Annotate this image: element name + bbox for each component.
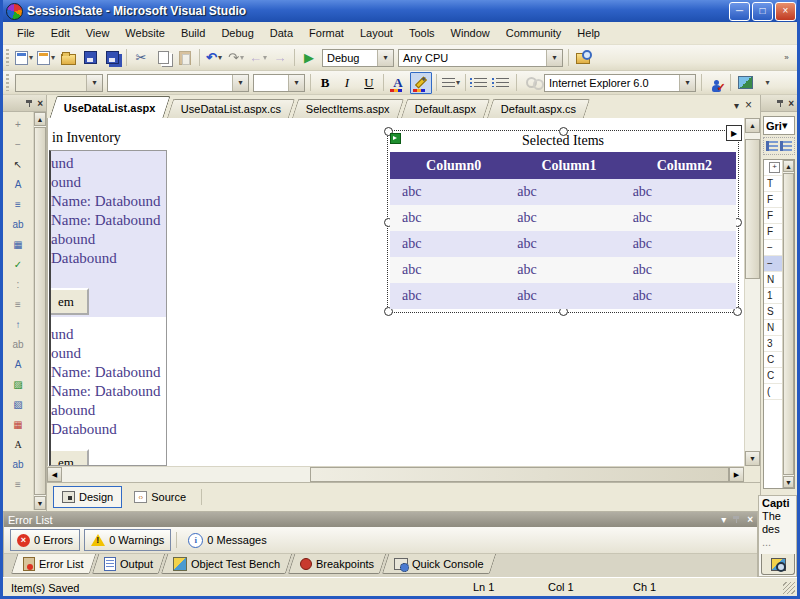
dropdown-arrow-icon[interactable]: ▾ <box>456 78 460 87</box>
messages-filter-button[interactable]: i 0 Messages <box>182 530 272 550</box>
font-size-combo[interactable]: ▾ <box>253 74 305 92</box>
dropdown-arrow-icon[interactable]: ▾ <box>240 53 244 62</box>
tab-default-aspx-cs[interactable]: Default.aspx.cs <box>487 99 590 118</box>
menu-website[interactable]: Website <box>117 24 173 42</box>
highlight-color-button[interactable] <box>410 72 432 94</box>
menu-layout[interactable]: Layout <box>352 24 401 42</box>
scrollbar-thumb[interactable] <box>783 173 794 475</box>
property-row[interactable]: ( <box>764 384 782 400</box>
bold-button[interactable]: B <box>315 73 335 93</box>
tab-object-test-bench[interactable]: Object Test Bench <box>160 554 292 574</box>
property-row[interactable]: − <box>764 240 782 256</box>
toolbar-options-button[interactable]: » <box>776 48 796 68</box>
fontcolor-tool-icon[interactable]: A <box>9 355 27 373</box>
scroll-right-icon[interactable]: ▶ <box>729 467 744 482</box>
menu-file[interactable]: File <box>9 24 43 42</box>
source-view-button[interactable]: ‹› Source <box>126 487 194 507</box>
property-row[interactable]: − <box>764 256 782 272</box>
close-icon[interactable]: × <box>37 99 43 108</box>
property-row[interactable]: F <box>764 224 782 240</box>
scroll-up-icon[interactable]: ▲ <box>783 160 794 172</box>
vertical-scrollbar[interactable]: ▲ ▼ <box>744 118 760 466</box>
table-tool-icon[interactable]: ▦ <box>9 235 27 253</box>
label-tool-icon[interactable]: A <box>9 175 27 193</box>
toolbar-options-button[interactable]: ▾ <box>757 73 777 93</box>
dropdown-arrow-icon[interactable]: ▾ <box>218 53 222 62</box>
textbox2-tool-icon[interactable]: ab <box>9 335 27 353</box>
hyperlink-button[interactable] <box>521 73 541 93</box>
menu-help[interactable]: Help <box>569 24 608 42</box>
dropdown-arrow-icon[interactable]: ▾ <box>377 50 393 66</box>
add-new-item-button[interactable]: ▾ <box>36 48 56 68</box>
dropdown-arrow-icon[interactable]: ▾ <box>288 75 304 91</box>
tab-usedatalist-aspx[interactable]: UseDataList.aspx <box>49 96 170 118</box>
bulleted-list-button[interactable] <box>470 73 490 93</box>
scroll-down-icon[interactable]: ▼ <box>783 476 794 488</box>
cut-button[interactable]: ✂ <box>131 48 151 68</box>
alignment-button[interactable]: ▾ <box>441 73 461 93</box>
select-item-button[interactable]: em <box>49 449 89 466</box>
minimize-button[interactable]: ─ <box>729 2 750 21</box>
gridview-control[interactable]: ▶ Selected Items Column0 Column1 Column2… <box>387 130 739 313</box>
menu-community[interactable]: Community <box>498 24 570 42</box>
pushpin-icon[interactable] <box>25 99 34 108</box>
tab-error-list[interactable]: Error List <box>11 554 96 574</box>
menu-view[interactable]: View <box>78 24 118 42</box>
dropdown-arrow-icon[interactable]: ▾ <box>679 75 695 91</box>
panel-tool-icon[interactable]: ≡ <box>9 295 27 313</box>
imagemap-tool-icon[interactable]: ▧ <box>9 395 27 413</box>
target-schema-combo[interactable]: Internet Explorer 6.0 ▾ <box>544 74 696 92</box>
scroll-down-icon[interactable]: ▼ <box>745 451 760 466</box>
scrollbar-thumb[interactable] <box>34 127 46 495</box>
expand-icon[interactable]: + <box>769 162 780 173</box>
radiolist-tool-icon[interactable]: : <box>9 275 27 293</box>
check-accessibility-button[interactable] <box>706 73 726 93</box>
dropdown-arrow-icon[interactable]: ▾ <box>546 50 562 66</box>
dropdown-arrow-icon[interactable]: ▾ <box>51 53 55 62</box>
scroll-up-icon[interactable]: ▲ <box>34 112 46 126</box>
expand-all-icon[interactable]: + <box>9 115 27 133</box>
scroll-left-icon[interactable]: ◀ <box>47 467 62 482</box>
tab-quick-console[interactable]: Quick Console <box>382 554 496 574</box>
toolbox-scrollbar[interactable]: ▲ ▼ <box>33 112 46 510</box>
property-row[interactable]: S <box>764 304 782 320</box>
italic-button[interactable]: I <box>337 73 357 93</box>
categorized-icon[interactable] <box>766 141 778 151</box>
property-row[interactable]: 3 <box>764 336 782 352</box>
image-tool-icon[interactable]: ▨ <box>9 375 27 393</box>
undo-button[interactable]: ↶▾ <box>204 48 224 68</box>
scrollbar-thumb[interactable] <box>745 139 760 279</box>
close-button[interactable]: × <box>775 2 796 21</box>
menu-tools[interactable]: Tools <box>401 24 443 42</box>
scrollbar-track[interactable] <box>745 279 760 451</box>
tab-selectitems-aspx[interactable]: SelectItems.aspx <box>292 99 404 118</box>
menu-window[interactable]: Window <box>443 24 498 42</box>
error-list-titlebar[interactable]: Error List ▾ × <box>4 512 757 527</box>
property-row[interactable]: F <box>764 192 782 208</box>
toolbar-grip[interactable] <box>6 74 9 90</box>
menu-build[interactable]: Build <box>173 24 213 42</box>
save-all-button[interactable] <box>102 48 122 68</box>
alphabetical-icon[interactable] <box>780 141 792 151</box>
maximize-button[interactable]: □ <box>752 2 773 21</box>
pushpin-icon[interactable] <box>776 99 785 108</box>
navigate-backward-button[interactable]: ←▾ <box>248 48 268 68</box>
property-row[interactable]: T <box>764 176 782 192</box>
resize-grip[interactable] <box>783 582 795 594</box>
tab-default-aspx[interactable]: Default.aspx <box>401 99 490 118</box>
listbox-tool-icon[interactable]: ≡ <box>9 195 27 213</box>
property-grid[interactable]: + T F F F − − N 1 S N 3 C C ( ▲ ▼ <box>763 159 795 489</box>
scroll-up-icon[interactable]: ▲ <box>745 118 760 133</box>
collapse-all-icon[interactable]: − <box>9 135 27 153</box>
solution-configuration-combo[interactable]: Debug ▾ <box>322 49 394 67</box>
window-position-icon[interactable]: ▾ <box>721 514 726 525</box>
close-icon[interactable]: × <box>747 515 753 524</box>
errors-filter-button[interactable]: × 0 Errors <box>10 529 80 551</box>
properties-object-combo[interactable]: Gri ▾ <box>763 116 795 135</box>
paste-button[interactable] <box>175 48 195 68</box>
open-file-button[interactable] <box>58 48 78 68</box>
property-row[interactable]: C <box>764 352 782 368</box>
title-bar[interactable]: SessionState - Microsoft Visual Studio ─… <box>0 0 800 22</box>
toolbar-grip[interactable] <box>6 49 9 67</box>
textbox3-tool-icon[interactable]: ab <box>9 455 27 473</box>
